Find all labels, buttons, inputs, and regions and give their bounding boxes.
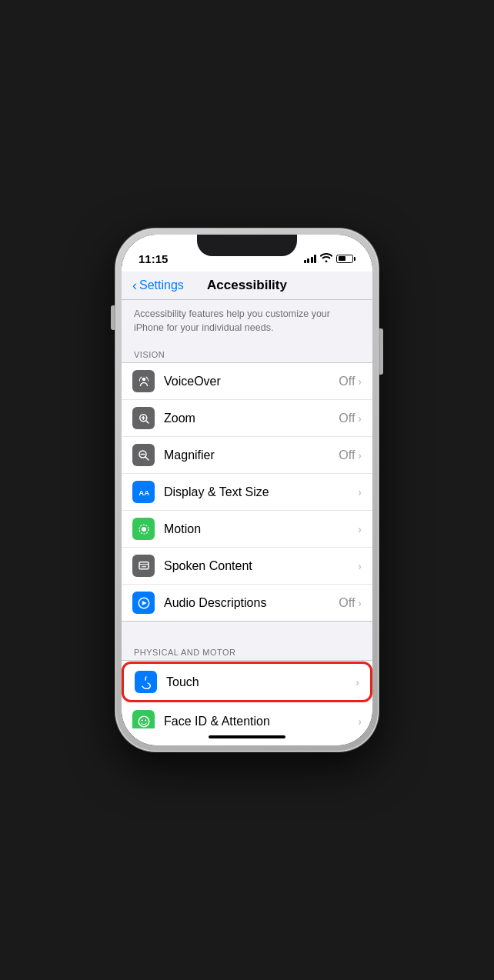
- svg-point-17: [139, 716, 149, 727]
- back-label: Settings: [139, 278, 184, 292]
- display-text-chevron: ›: [358, 486, 362, 498]
- wifi-icon: [320, 253, 332, 265]
- svg-point-0: [142, 377, 145, 381]
- touch-chevron: ›: [355, 676, 359, 688]
- spoken-content-row[interactable]: Spoken Content ›: [122, 548, 372, 585]
- battery-icon: [336, 255, 355, 263]
- section-header-physical: PHYSICAL AND MOTOR: [122, 643, 372, 660]
- zoom-chevron: ›: [358, 412, 362, 425]
- magnifier-value: Off: [339, 448, 355, 462]
- faceid-icon: [132, 710, 155, 728]
- spoken-content-icon: [132, 555, 155, 577]
- voiceover-label: VoiceOver: [164, 375, 339, 388]
- svg-point-16: [145, 719, 146, 721]
- svg-text:AA: AA: [139, 488, 149, 496]
- zoom-row[interactable]: Zoom Off ›: [122, 400, 372, 437]
- page-title: Accessibility: [207, 278, 287, 293]
- spacer-1: [122, 622, 372, 643]
- voiceover-chevron: ›: [358, 375, 362, 388]
- audio-desc-chevron: ›: [358, 597, 362, 609]
- signal-icon: [304, 254, 317, 263]
- screen: 11:15: [122, 235, 372, 745]
- vision-group: VoiceOver Off ›: [122, 362, 372, 622]
- voiceover-icon: [132, 370, 155, 392]
- home-indicator: [122, 728, 372, 745]
- home-bar: [209, 735, 285, 738]
- back-chevron: ‹: [132, 278, 137, 292]
- svg-line-6: [145, 456, 149, 460]
- nav-bar: ‹ Settings Accessibility: [122, 272, 372, 300]
- touch-row[interactable]: Touch ›: [122, 662, 372, 702]
- magnifier-label: Magnifier: [164, 448, 339, 462]
- phone-frame: 11:15: [115, 228, 379, 752]
- faceid-chevron: ›: [358, 715, 362, 728]
- motion-row[interactable]: Motion ›: [122, 511, 372, 548]
- display-text-label: Display & Text Size: [164, 485, 358, 499]
- voiceover-row[interactable]: VoiceOver Off ›: [122, 363, 372, 400]
- motion-label: Motion: [164, 522, 358, 536]
- svg-point-15: [141, 719, 142, 721]
- audio-desc-row[interactable]: Audio Descriptions Off ›: [122, 585, 372, 621]
- back-button[interactable]: ‹ Settings: [132, 278, 184, 292]
- voiceover-value: Off: [339, 375, 355, 388]
- status-icons: [304, 253, 356, 265]
- description-text: Accessibility features help you customiz…: [122, 300, 372, 345]
- svg-point-9: [142, 527, 146, 532]
- audio-desc-value: Off: [339, 596, 355, 610]
- notch: [197, 235, 297, 256]
- svg-rect-11: [139, 562, 149, 568]
- zoom-value: Off: [339, 412, 355, 425]
- magnifier-icon: [132, 444, 155, 466]
- magnifier-chevron: ›: [358, 449, 362, 462]
- zoom-label: Zoom: [164, 412, 339, 425]
- magnifier-row[interactable]: Magnifier Off ›: [122, 437, 372, 474]
- phone-inner: 11:15: [122, 235, 372, 745]
- section-header-vision: VISION: [122, 345, 372, 362]
- display-text-icon: AA: [132, 481, 155, 503]
- display-text-row[interactable]: AA Display & Text Size ›: [122, 474, 372, 511]
- faceid-label: Face ID & Attention: [164, 715, 358, 728]
- audio-desc-icon: [132, 592, 155, 614]
- status-time: 11:15: [139, 252, 168, 265]
- svg-line-2: [145, 420, 148, 422]
- motion-chevron: ›: [358, 523, 362, 535]
- motion-icon: [132, 518, 155, 540]
- content-area: Accessibility features help you customiz…: [122, 300, 372, 728]
- faceid-row[interactable]: Face ID & Attention ›: [122, 703, 372, 728]
- touch-icon: [135, 671, 157, 693]
- spoken-content-chevron: ›: [358, 560, 362, 572]
- spoken-content-label: Spoken Content: [164, 559, 358, 573]
- touch-label: Touch: [166, 675, 355, 689]
- physical-group: Touch › Face ID &: [122, 660, 372, 728]
- zoom-icon: [132, 407, 155, 429]
- audio-desc-label: Audio Descriptions: [164, 596, 339, 610]
